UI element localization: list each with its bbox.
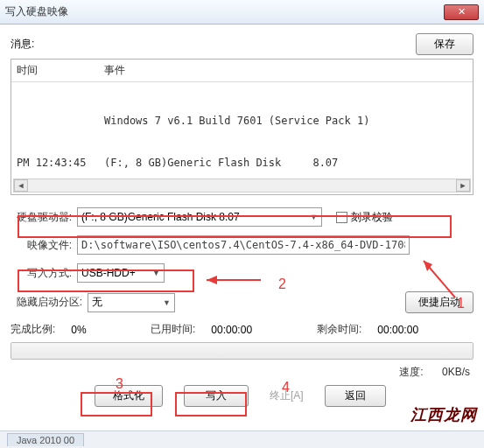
- format-button[interactable]: 格式化: [95, 385, 163, 407]
- partition-value: 无: [92, 295, 102, 310]
- done-value: 0%: [71, 324, 86, 336]
- mode-label: 写入方式:: [11, 266, 77, 281]
- log-event-2: (F:, 8 GB)Generic Flash Disk 8.07: [104, 157, 338, 169]
- back-button[interactable]: 返回: [325, 385, 386, 407]
- chevron-down-icon: ▼: [310, 213, 318, 221]
- abort-button: 终止[A]: [270, 388, 304, 403]
- done-label: 完成比例:: [11, 322, 55, 337]
- message-row: 消息: 保存: [11, 33, 473, 55]
- quick-boot-button[interactable]: 便捷启动: [405, 291, 473, 313]
- scroll-left-icon[interactable]: ◄: [14, 179, 28, 192]
- scroll-right-icon[interactable]: ►: [456, 179, 470, 192]
- log-line-2: PM 12:43:45(F:, 8 GB)Generic Flash Disk …: [17, 156, 467, 170]
- message-label: 消息:: [11, 37, 34, 52]
- log-col-event: 事件: [104, 63, 125, 78]
- partition-row: 隐藏启动分区: 无 ▼ 便捷启动: [11, 291, 473, 313]
- partition-select[interactable]: 无 ▼: [88, 293, 175, 312]
- watermark: 江西龙网: [410, 404, 477, 425]
- image-row: 映像文件:: [11, 235, 473, 255]
- stats-row: 完成比例: 0% 已用时间: 00:00:00 剩余时间: 00:00:00: [11, 322, 473, 337]
- write-button[interactable]: 写入: [184, 385, 249, 407]
- elapsed-label: 已用时间:: [151, 322, 195, 337]
- close-button[interactable]: ✕: [444, 4, 479, 20]
- log-header: 时间 事件: [11, 60, 473, 82]
- elapsed-value: 00:00:00: [211, 324, 252, 336]
- remain-value: 00:00:00: [377, 324, 418, 336]
- save-button[interactable]: 保存: [416, 33, 473, 55]
- chevron-down-icon: ▼: [163, 298, 171, 307]
- progress-bar: [11, 342, 473, 360]
- image-label: 映像文件:: [11, 238, 77, 253]
- verify-label: 刻录校验: [351, 211, 393, 223]
- partition-label: 隐藏启动分区:: [11, 295, 88, 310]
- verify-checkbox-wrap[interactable]: 刻录校验: [336, 210, 393, 225]
- taskbar: Java 2010 00: [0, 430, 484, 448]
- mode-value: USB-HDD+: [81, 267, 136, 279]
- drive-select[interactable]: (F:, 8 GB)Generic Flash Disk 8.07 ▼: [77, 207, 322, 227]
- speed-label: 速度:: [399, 366, 423, 378]
- speed-row: 速度: 0KB/s: [11, 363, 473, 385]
- close-icon: ✕: [458, 6, 466, 18]
- chevron-down-icon: ▼: [152, 269, 160, 277]
- drive-row: 硬盘驱动器: (F:, 8 GB)Generic Flash Disk 8.07…: [11, 207, 473, 227]
- window-title: 写入硬盘映像: [5, 4, 68, 19]
- verify-checkbox[interactable]: [336, 212, 347, 223]
- content-area: 消息: 保存 时间 事件 Windows 7 v6.1 Build 7601 (…: [0, 24, 484, 412]
- remain-label: 剩余时间:: [317, 322, 361, 337]
- log-time-2: PM 12:43:45: [17, 156, 104, 170]
- drive-value: (F:, 8 GB)Generic Flash Disk 8.07: [81, 211, 240, 223]
- log-box: 时间 事件 Windows 7 v6.1 Build 7601 (Service…: [11, 59, 473, 195]
- task-tab[interactable]: Java 2010 00: [7, 433, 84, 446]
- speed-value: 0KB/s: [426, 366, 470, 378]
- drive-label: 硬盘驱动器:: [11, 210, 77, 225]
- log-col-time: 时间: [17, 63, 104, 78]
- mode-select[interactable]: USB-HDD+ ▼: [77, 263, 165, 283]
- horizontal-scrollbar[interactable]: ◄ ►: [13, 178, 471, 192]
- button-row: 格式化 写入 终止[A] 返回: [11, 385, 473, 407]
- scroll-track[interactable]: [28, 179, 456, 192]
- log-line-1: Windows 7 v6.1 Build 7601 (Service Pack …: [17, 114, 467, 128]
- titlebar: 写入硬盘映像 ✕: [0, 0, 484, 24]
- image-path-input[interactable]: [77, 235, 410, 255]
- mode-row: 写入方式: USB-HDD+ ▼: [11, 263, 473, 283]
